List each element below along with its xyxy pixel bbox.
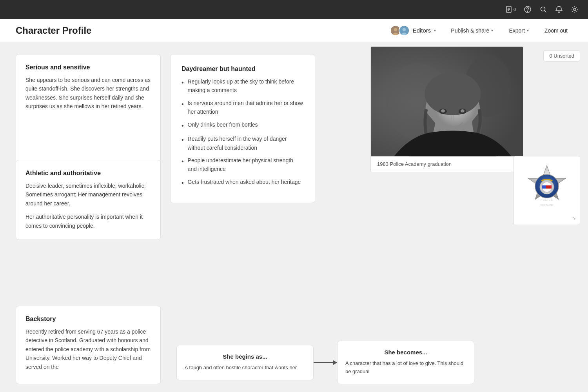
card-athletic: Athletic and authoritative Decisive lead… xyxy=(16,160,161,240)
card-athletic-text2: Her authoritative personality is importa… xyxy=(25,212,151,230)
svg-text:POLICE: POLICE xyxy=(541,198,553,201)
zoom-button[interactable]: Zoom out xyxy=(540,25,572,36)
top-bar: 0 xyxy=(0,0,588,19)
settings-icon[interactable] xyxy=(571,5,579,13)
backstory-text: Recently retired from serving 67 years a… xyxy=(25,327,151,371)
editors-button[interactable]: Editors ▾ xyxy=(386,23,440,38)
svg-line-7 xyxy=(544,11,546,12)
card-athletic-text1: Decisive leader, sometimes inflexible; w… xyxy=(25,181,151,208)
publish-label: Publish & share xyxy=(451,27,489,34)
avatar-group xyxy=(390,25,410,36)
export-chevron: ▾ xyxy=(527,28,529,33)
card-serious-text: She appears to be serious and can come a… xyxy=(25,76,151,111)
bell-icon[interactable] xyxy=(555,5,563,13)
svg-point-13 xyxy=(402,28,406,31)
publish-button[interactable]: Publish & share ▾ xyxy=(446,25,498,36)
card-athletic-wrapper: Athletic and authoritative Decisive lead… xyxy=(16,160,161,240)
daydreamer-bullets: Regularly looks up at the sky to think b… xyxy=(181,77,304,188)
editors-label: Editors xyxy=(413,27,431,34)
photo-card: 1983 Police Academy graduation xyxy=(370,46,523,172)
bullet-item: Readily puts herself in the way of dange… xyxy=(181,134,304,152)
svg-point-24 xyxy=(441,109,445,113)
svg-point-25 xyxy=(461,109,465,113)
arrow-line xyxy=(314,362,337,363)
arc-arrow xyxy=(314,362,337,363)
export-label: Export xyxy=(509,27,524,34)
page-title: Character Profile xyxy=(16,25,91,36)
resize-handle[interactable]: ↘ xyxy=(517,214,577,221)
arc-becomes-card: She becomes... A character that has a lo… xyxy=(337,341,474,384)
unsorted-badge[interactable]: 0 Unsorted xyxy=(543,50,580,62)
bullet-item: Only drinks beer from bottles xyxy=(181,120,304,131)
arc-begins-title: She begins as... xyxy=(185,353,305,360)
badge-image: ★ ★ ★ POLICE SCOTLAND xyxy=(517,160,577,214)
card-daydreamer-title: Daydreamer but haunted xyxy=(181,65,304,73)
photo-svg xyxy=(371,47,523,156)
avatar-2 xyxy=(399,25,410,36)
help-icon[interactable] xyxy=(524,5,532,13)
bullet-item: Is nervous around men that admire her or… xyxy=(181,99,304,116)
document-count: 0 xyxy=(514,7,516,12)
card-serious-title: Serious and sensitive xyxy=(25,64,151,71)
editors-chevron: ▾ xyxy=(434,28,436,33)
bullet-item: People underestimate her physical streng… xyxy=(181,156,304,174)
header-actions: Editors ▾ Publish & share ▾ Export ▾ Zoo… xyxy=(386,23,572,38)
card-daydreamer: Daydreamer but haunted Regularly looks u… xyxy=(170,54,315,203)
card-backstory: Backstory Recently retired from serving … xyxy=(16,306,161,384)
unsorted-label: 0 Unsorted xyxy=(549,53,574,59)
document-icon[interactable]: 0 xyxy=(505,5,516,13)
bullet-item: Regularly looks up at the sky to think b… xyxy=(181,77,304,95)
arc-begins-card: She begins as... A tough and often hosti… xyxy=(176,345,314,380)
photo-area: 1983 Police Academy graduation xyxy=(370,46,523,172)
resize-icon: ↘ xyxy=(572,215,576,221)
bullet-item: Gets frustrated when asked about her her… xyxy=(181,178,304,188)
backstory-title: Backstory xyxy=(25,316,151,323)
badge-card: ★ ★ ★ POLICE SCOTLAND ↘ xyxy=(514,156,580,225)
header: Character Profile xyxy=(0,19,588,42)
svg-point-8 xyxy=(573,8,576,11)
arc-container: She begins as... A tough and often hosti… xyxy=(176,341,474,384)
backstory-wrapper: Backstory Recently retired from serving … xyxy=(16,306,161,384)
search-icon[interactable] xyxy=(539,5,547,13)
svg-point-10 xyxy=(394,28,397,31)
zoom-label: Zoom out xyxy=(544,27,568,34)
svg-text:SCOTLAND: SCOTLAND xyxy=(541,204,554,206)
arc-becomes-title: She becomes... xyxy=(345,349,466,356)
card-athletic-title: Athletic and authoritative xyxy=(25,170,151,177)
svg-text:★ ★ ★: ★ ★ ★ xyxy=(544,192,550,194)
photo-image xyxy=(371,47,523,156)
photo-caption: 1983 Police Academy graduation xyxy=(371,156,523,172)
svg-rect-30 xyxy=(542,185,546,189)
export-button[interactable]: Export ▾ xyxy=(504,25,533,36)
arc-begins-text: A tough and often hostile character that… xyxy=(185,364,305,372)
main-area: 0 Unsorted Serious and sensitive She app… xyxy=(0,42,588,392)
arc-becomes-text: A character that has a lot of love to gi… xyxy=(345,359,466,376)
svg-point-5 xyxy=(528,11,528,12)
publish-chevron: ▾ xyxy=(491,28,493,33)
police-badge-svg: ★ ★ ★ POLICE SCOTLAND xyxy=(523,163,570,211)
